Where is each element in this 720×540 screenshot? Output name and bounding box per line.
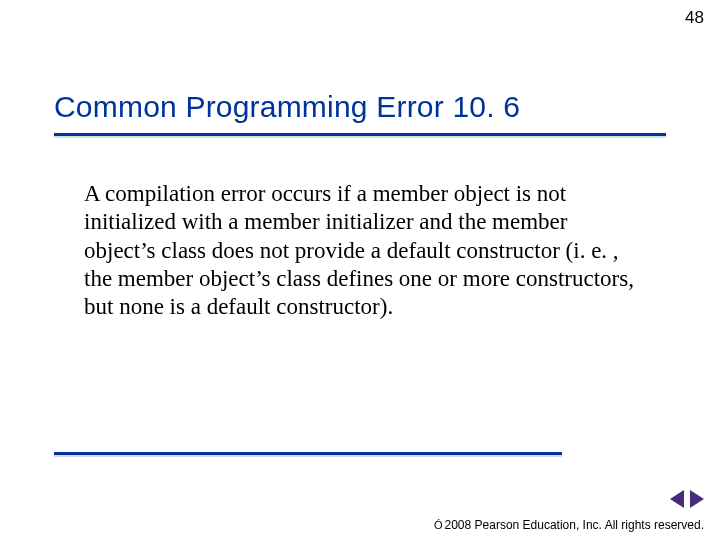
footer-copyright: Ó2008 Pearson Education, Inc. All rights…	[434, 518, 704, 532]
next-slide-icon[interactable]	[690, 490, 704, 508]
copyright-symbol: Ó	[434, 519, 443, 531]
page-number: 48	[685, 8, 704, 28]
prev-slide-icon[interactable]	[670, 490, 684, 508]
nav-arrows	[670, 490, 704, 508]
heading-underline	[54, 133, 666, 136]
bottom-rule	[54, 452, 562, 455]
slide-body-text: A compilation error occurs if a member o…	[84, 180, 644, 321]
slide-heading: Common Programming Error 10. 6	[54, 90, 520, 124]
footer-text: 2008 Pearson Education, Inc. All rights …	[445, 518, 704, 532]
